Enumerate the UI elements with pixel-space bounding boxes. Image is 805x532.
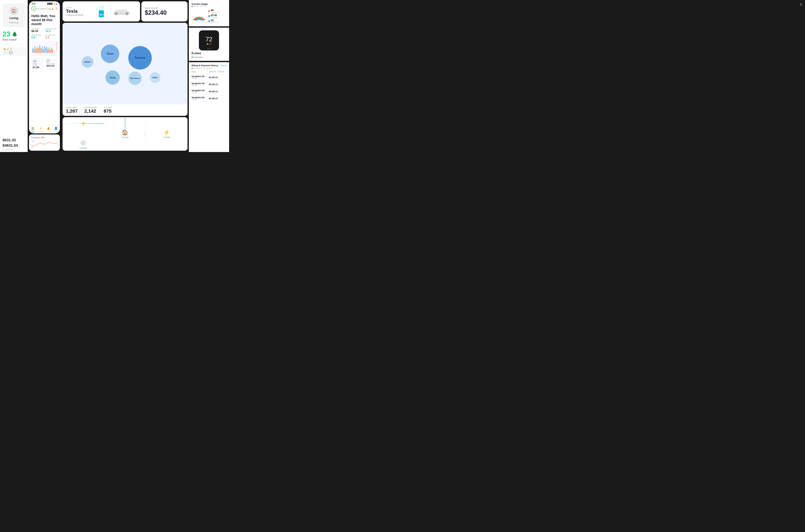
thermostat-display: 72 ☀️ 68 ecobee xyxy=(199,30,219,51)
produced-card: Produced, kWh 3.9 1.0 xyxy=(29,134,60,151)
center-panel: 2:45hrs Tesla Charging (off-peak) 58% xyxy=(61,0,189,152)
arrow-right-icon: → xyxy=(143,132,146,136)
svg-text:3.9: 3.9 xyxy=(32,140,34,142)
tree-icon: 🌲 xyxy=(12,31,18,37)
flow-cell-solar: ⚡ 0.5KWh xyxy=(62,117,104,151)
update-text: Last Update 2h ago xyxy=(36,8,51,10)
phone-nav: 🏠 Home ⚡ Energy 💰 Bills 👤 Profile xyxy=(29,125,60,133)
upcoming-bill-label-phone: Upcoming bill xyxy=(46,63,56,64)
wifi-icon: 📡 xyxy=(7,49,9,50)
billing-table-header: DATE AMOUNT STATUS xyxy=(191,71,226,74)
billing-header: Billing & Payment History View M xyxy=(191,64,226,67)
upcoming-bill-card-phone: 📋 Upcoming bill $234.40 xyxy=(45,58,57,70)
left-panel: 🏠 Living 8 Devices 23 🌲 trees saved 📶 📡 … xyxy=(0,0,28,152)
bubble-furnace: Furnace xyxy=(128,46,152,70)
bill-amount-3: $2,342.21 xyxy=(209,90,218,93)
bubble-hvac: HVAC xyxy=(82,56,93,68)
signal-bars-icon: ▋▋▋▋ xyxy=(48,3,53,5)
phone-mini-card: 📶 📡 🔋 ✉️ 💬 xyxy=(2,47,26,56)
bubble-other: Other xyxy=(150,72,161,83)
usage-title: Current Usage xyxy=(191,3,226,5)
charge-percent: 58% xyxy=(99,14,103,16)
amount1: $631.33 xyxy=(2,138,25,142)
gauge-stats: 89 Daily Temp $7.45 Daily Avg 32 Servi xyxy=(208,9,218,23)
tesla-card: 2:45hrs Tesla Charging (off-peak) 58% xyxy=(62,1,140,21)
current-usage-card: Current Usage Jun 02 - Jun 09 xyxy=(189,0,229,28)
tesla-status: Charging (off-peak) xyxy=(66,14,96,16)
trees-count: 23 xyxy=(2,31,11,38)
service-value: 32 xyxy=(211,19,218,22)
flow-label-1: 0.5KWh xyxy=(80,147,87,149)
nav-energy[interactable]: ⚡ Energy xyxy=(39,127,43,132)
upcoming-bill-top-value: $234.40 xyxy=(145,9,184,16)
thermo-sub: ☀️ 68 xyxy=(206,43,211,45)
bubble-chart-card: Furnace Oven HVAC Tesla Microwave Other … xyxy=(62,23,187,116)
home-nav-label: Home xyxy=(31,130,35,132)
temp-value: 89 xyxy=(211,9,218,12)
bill-icon: 📋 xyxy=(46,59,56,62)
ecobee-name: Ecobee xyxy=(191,52,201,55)
thermo-temp: 72 xyxy=(206,36,212,43)
billing-row: Sprightful bill Jun 09 $2,342.21 xyxy=(191,88,226,95)
trees-stats: 23 🌲 trees saved xyxy=(0,29,28,43)
svg-point-8 xyxy=(126,13,128,14)
living-card[interactable]: 🏠 Living 8 Devices xyxy=(3,3,25,27)
greeting-text: Hello Matt, You saved $6 this month xyxy=(31,14,57,26)
period-dot xyxy=(191,6,193,7)
tesla-info: 2:45hrs Tesla Charging (off-peak) xyxy=(66,6,96,16)
service-label: Service Da xyxy=(211,22,218,23)
on-peak-stat: On-Peak, kWh 2.4 xyxy=(45,34,57,39)
svg-point-6 xyxy=(115,13,117,14)
bubble-oven: Oven xyxy=(101,44,119,63)
period-text: Jun 02 - Jun 09 xyxy=(193,5,205,7)
temp-label: Daily Temp xyxy=(211,12,218,13)
bubble-stats: Usage, kWh 1,267 Produced, kWh 2,142 Sol… xyxy=(62,104,187,116)
produced-label: Produced, kWh xyxy=(85,107,97,109)
signal-icon: 📶 xyxy=(4,49,5,50)
battery-icon: 🔋 xyxy=(10,49,12,50)
energy-flow-card: ⚡ 0.5KWh ↓ 🏠 0.5KWh → ⚡ 3 xyxy=(62,117,187,151)
energy-nav-icon: ⚡ xyxy=(39,127,42,130)
billing-row: Sprightful bill Jun 09 $2,342.21 xyxy=(191,95,226,102)
help-icon[interactable]: ❓ xyxy=(55,7,57,10)
amount2: $4631.54 xyxy=(2,143,25,148)
nav-home[interactable]: 🏠 Home xyxy=(31,127,35,132)
billing-period: 01/30/2020 - 02/28/2020 xyxy=(191,68,226,69)
nav-bills[interactable]: 💰 Bills xyxy=(47,127,50,132)
avg-label: Daily Avg xyxy=(211,17,217,18)
on-peak-label: On-Peak, kWh xyxy=(45,34,57,36)
battery-status-icon: ▬ xyxy=(56,3,57,5)
col-amount: AMOUNT xyxy=(209,71,218,73)
off-peak-value: 5.9 xyxy=(31,36,43,39)
period-dot-billing xyxy=(191,68,193,69)
mail-icon: ✉️ xyxy=(4,51,7,55)
chart-bars: Off Peak till 3pm xyxy=(31,41,57,53)
usage-chart: Off Peak till 3pm 0040812162012 xyxy=(31,41,57,56)
svg-text:⚡: ⚡ xyxy=(82,141,85,145)
arrow-down-icon: ↓ xyxy=(124,130,126,133)
flow-label-3: 3.5KWh xyxy=(163,136,170,139)
nav-profile[interactable]: 👤 Profile xyxy=(54,127,58,132)
billing-row: Sprightful bill Jun 09 $2,342.21 xyxy=(191,74,226,81)
lifetime-savings-card: 📊 Lifetime Savings $1,245 xyxy=(31,58,44,70)
col-status: STATUS xyxy=(218,71,226,73)
svg-rect-4 xyxy=(116,10,128,12)
connected-dot xyxy=(191,56,193,58)
produced-stat: Produced, kWh 2,142 xyxy=(85,107,97,114)
profile-nav-icon: 👤 xyxy=(54,127,58,130)
header-action-icons: 🔔 ❓ xyxy=(51,7,57,10)
flow-cell-grid: → ⚡ 3.5KWh xyxy=(146,117,187,151)
bell-icon[interactable]: 🔔 xyxy=(51,7,54,10)
tesla-name: Tesla xyxy=(66,8,96,14)
produced-value: 2,142 xyxy=(85,109,97,114)
living-devices: 8 Devices xyxy=(9,21,19,24)
status-bar: 9:41 ▋▋▋▋ ▲ ▬ xyxy=(29,1,60,5)
bills-nav-icon: 💰 xyxy=(47,127,50,130)
view-more-link[interactable]: View M xyxy=(220,64,226,66)
right-panel: Current Usage Jun 02 - Jun 09 xyxy=(189,0,229,152)
bill-amount-1: $2,342.21 xyxy=(209,76,218,79)
usage-value: 1,267 xyxy=(66,109,78,114)
bill-name-1: Sprightful bill Jun 09 xyxy=(191,75,209,79)
bubble-chart-area: Furnace Oven HVAC Tesla Microwave Other xyxy=(62,23,187,104)
avg-value: $7.45 xyxy=(211,14,217,17)
